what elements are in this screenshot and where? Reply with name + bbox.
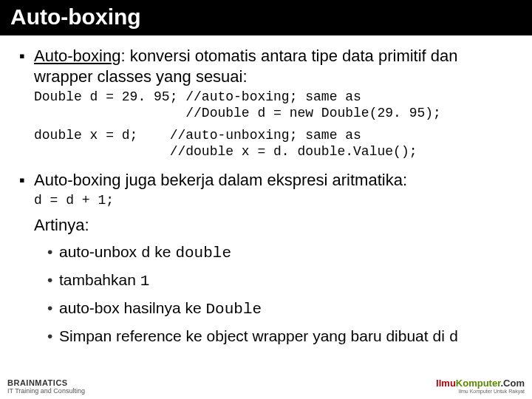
- sub-item-4: •Simpan reference ke object wrapper yang…: [47, 325, 513, 349]
- sub-bullet-icon: •: [47, 325, 59, 347]
- brand-right-1: Ilmu: [436, 378, 456, 389]
- artinya-label: Artinya:: [34, 214, 513, 236]
- brand-right-2: Komputer: [456, 378, 501, 389]
- bullet-1-term: Auto-boxing: [34, 47, 120, 65]
- brand-left: BRAINMATICS IT Training and Consulting: [7, 378, 85, 395]
- bullet-1: ▪ Auto-boxing: konversi otomatis antara …: [19, 46, 513, 87]
- sub-item-1: •auto-unbox d ke double: [47, 241, 513, 265]
- brand-right: IlmuKomputer.Com Ilmu Komputer Untuk Rak…: [436, 378, 525, 395]
- bullet-1-text: Auto-boxing: konversi otomatis antara ti…: [34, 46, 513, 87]
- slide-content: ▪ Auto-boxing: konversi otomatis antara …: [0, 35, 532, 349]
- bullet-2-text: Auto-boxing juga bekerja dalam ekspresi …: [34, 170, 407, 191]
- sub-item-3: •auto-box hasilnya ke Double: [47, 297, 513, 321]
- brand-left-tag: IT Training and Consulting: [7, 387, 85, 395]
- sub-3-a: auto-box hasilnya ke: [59, 299, 205, 316]
- sub-2-a: tambahkan: [59, 271, 140, 288]
- sub-1-c: ke: [151, 243, 176, 260]
- code-block-1: Double d = 29. 95; //auto-boxing; same a…: [34, 89, 513, 121]
- sub-4-a: Simpan reference ke object wrapper yang …: [59, 327, 449, 344]
- slide-title-bar: Auto-boxing: [0, 0, 532, 35]
- brand-left-name: BRAINMATICS: [7, 378, 85, 387]
- sub-2-b: 1: [140, 273, 150, 290]
- bullet-2: ▪ Auto-boxing juga bekerja dalam ekspres…: [19, 170, 513, 191]
- footer: BRAINMATICS IT Training and Consulting I…: [0, 378, 532, 395]
- bullet-marker: ▪: [19, 170, 34, 191]
- brand-right-tag: Ilmu Komputer Untuk Rakyat: [436, 389, 525, 395]
- sub-list: •auto-unbox d ke double •tambahkan 1 •au…: [47, 241, 513, 349]
- sub-1-b: d: [141, 245, 151, 262]
- sub-bullet-icon: •: [47, 297, 59, 319]
- sub-1-d: double: [175, 245, 231, 262]
- code-block-2: double x = d; //auto-unboxing; same as /…: [34, 127, 513, 160]
- sub-item-2: •tambahkan 1: [47, 269, 513, 293]
- sub-bullet-icon: •: [47, 241, 59, 263]
- bullet-marker: ▪: [19, 46, 34, 87]
- sub-1-a: auto-unbox: [59, 243, 141, 260]
- code-block-3: d = d + 1;: [34, 192, 513, 208]
- slide-title: Auto-boxing: [10, 4, 141, 29]
- sub-4-b: d: [449, 329, 459, 346]
- sub-3-b: Double: [205, 301, 262, 318]
- sub-bullet-icon: •: [47, 269, 59, 291]
- brand-right-3: .Com: [501, 378, 525, 389]
